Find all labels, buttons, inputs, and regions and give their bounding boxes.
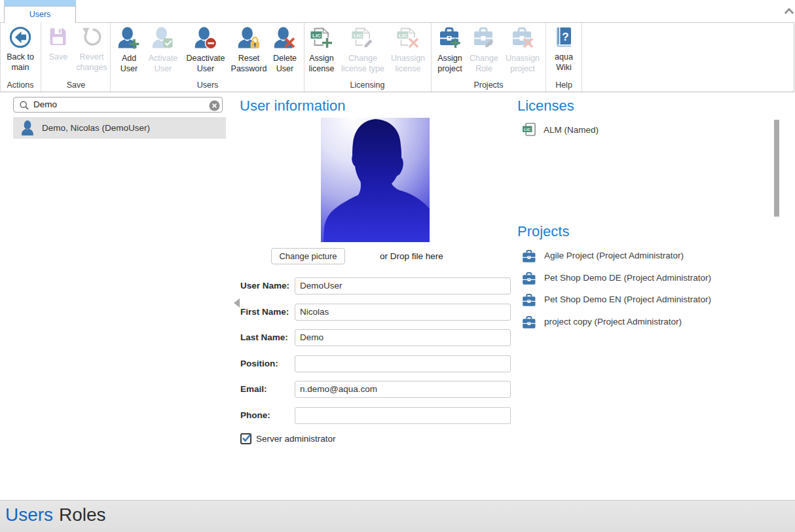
svg-text:LIC: LIC: [524, 128, 530, 132]
svg-text:?: ?: [562, 31, 568, 43]
svg-text:LIC: LIC: [312, 33, 321, 39]
svg-text:LIC: LIC: [399, 33, 407, 39]
svg-text:LIC: LIC: [354, 33, 362, 39]
